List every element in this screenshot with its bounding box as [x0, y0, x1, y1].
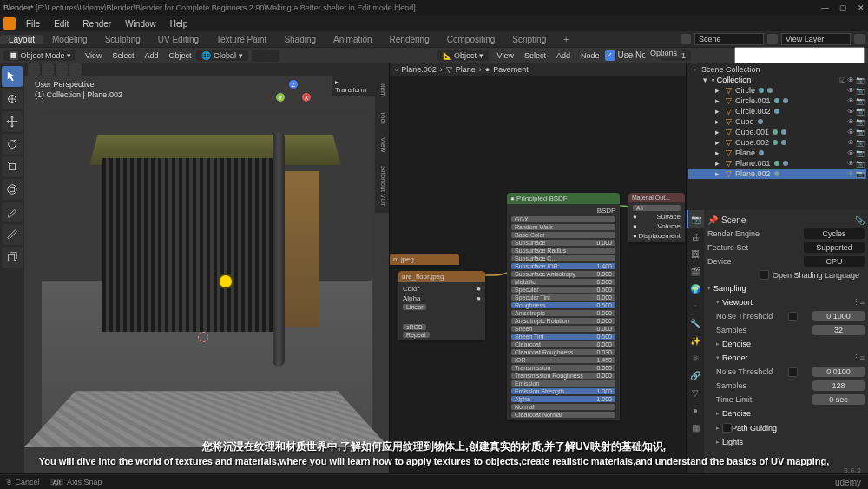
item-vis-toggle[interactable]: 👁	[847, 170, 854, 178]
path-guiding-section[interactable]: Path Guiding	[716, 420, 865, 435]
gizmo-y[interactable]: Y	[276, 93, 285, 102]
vp-denoise-section[interactable]: Denoise	[716, 337, 865, 351]
ptab-material[interactable]: ●	[687, 401, 704, 419]
rd-noise-cb[interactable]	[788, 367, 798, 377]
item-vis-toggle[interactable]: 👁	[847, 139, 854, 147]
bsdf-base-color[interactable]: Base Color	[511, 232, 615, 238]
cursor-tool[interactable]	[2, 89, 23, 109]
ptab-particles[interactable]: ✨	[687, 332, 704, 349]
bsdf-clearcoat-roughness[interactable]: Clearcoat Roughness0.030	[511, 349, 615, 355]
image-texture-node[interactable]: ure_floor.jpeg Color● Alpha● Linear sRGB…	[398, 271, 485, 340]
item-render-toggle[interactable]: 📷	[856, 139, 865, 147]
output-header[interactable]: Material Out...	[628, 193, 685, 202]
tab-layout[interactable]: Layout	[0, 35, 43, 44]
outliner-item-circle-002[interactable]: ▸▽Circle.002👁📷	[688, 106, 866, 116]
coll-render-toggle[interactable]: 📷	[856, 76, 865, 84]
outliner-item-circle[interactable]: ▸▽Circle👁📷	[688, 85, 866, 96]
lights-section[interactable]: Lights	[716, 435, 865, 449]
render-engine-dropdown[interactable]: Cycles	[804, 228, 865, 239]
menu-edit[interactable]: Edit	[47, 19, 76, 29]
principled-bsdf-node[interactable]: ● Principled BSDF BSDF GGX Random Walk B…	[507, 193, 620, 420]
outliner-item-plane-002[interactable]: ▸▽Plane.002👁📷	[688, 169, 866, 179]
ptab-data[interactable]: ▽	[687, 384, 704, 401]
options-dropdown[interactable]: Options	[645, 48, 682, 58]
bsdf-sheen[interactable]: Sheen0.000	[511, 326, 615, 332]
ptab-render[interactable]: 📷	[687, 210, 704, 228]
snap-toggle[interactable]	[266, 50, 279, 62]
feature-set-dropdown[interactable]: Supported	[804, 242, 865, 253]
tab-scripting[interactable]: Scripting	[503, 35, 555, 44]
item-vis-toggle[interactable]: 👁	[847, 118, 854, 126]
scene-name-input[interactable]	[694, 33, 764, 45]
ptab-scene[interactable]: 🎬	[687, 262, 704, 280]
maximize-button[interactable]: ▢	[839, 3, 847, 12]
bsdf-subsurface[interactable]: Subsurface0.000	[511, 240, 615, 246]
outliner-item-cube[interactable]: ▸▽Cube👁📷	[688, 116, 866, 127]
bsdf-emission[interactable]: Emission	[511, 380, 615, 387]
tab-compositing[interactable]: Compositing	[438, 35, 504, 44]
bsdf-ior[interactable]: IOR1.450	[511, 357, 615, 363]
ptab-texture[interactable]: ▦	[687, 419, 704, 436]
pivot-toggle[interactable]	[252, 50, 266, 62]
move-tool[interactable]	[2, 111, 23, 132]
view-menu-3d[interactable]: View	[80, 51, 107, 60]
bsdf-transmission[interactable]: Transmission0.000	[511, 365, 615, 371]
add-menu-3d[interactable]: Add	[139, 51, 163, 60]
scale-tool[interactable]	[2, 156, 23, 177]
render-sampling-section[interactable]: Render⋮≡	[716, 351, 865, 365]
tab-rendering[interactable]: Rendering	[381, 35, 438, 44]
tab-texture-paint[interactable]: Texture Paint	[207, 35, 275, 44]
tab-modeling[interactable]: Modeling	[43, 35, 96, 44]
bsdf-anisotropic[interactable]: Anisotropic0.000	[511, 310, 615, 316]
ptab-constraints[interactable]: 🔗	[687, 367, 704, 384]
add-cube-tool[interactable]	[2, 247, 23, 268]
transform-tool[interactable]	[2, 179, 23, 200]
annotate-tool[interactable]	[2, 202, 23, 222]
select-menu-shader[interactable]: Select	[519, 51, 551, 60]
item-render-toggle[interactable]: 📷	[856, 129, 865, 136]
transform-panel-header[interactable]: ▸ Transform	[332, 76, 375, 96]
outliner[interactable]: ▫Scene Collection▾▫ Collection☑👁📷▸▽Circl…	[687, 63, 868, 210]
menu-render[interactable]: Render	[76, 19, 118, 29]
scene-icon[interactable]	[681, 34, 691, 44]
mode-dropdown[interactable]: 🔲 Object Mode ▾	[3, 50, 76, 61]
coll-vis-toggle[interactable]: 👁	[847, 76, 854, 84]
rd-noise-threshold[interactable]: 0.0100	[812, 367, 865, 377]
measure-tool[interactable]	[2, 224, 23, 245]
object-menu-3d[interactable]: Object	[163, 51, 196, 60]
select-mode-1[interactable]	[28, 63, 40, 76]
rd-samples[interactable]: 128	[812, 380, 865, 391]
item-vis-toggle[interactable]: 👁	[847, 129, 854, 136]
outliner-collection[interactable]: ▾▫ Collection☑👁📷	[688, 75, 866, 85]
vp-noise-cb[interactable]	[788, 312, 798, 321]
select-menu-3d[interactable]: Select	[107, 51, 139, 60]
tab-add[interactable]: +	[555, 35, 577, 44]
material-output-node[interactable]: Material Out... All ●Surface ●Volume ●Di…	[628, 193, 685, 242]
bc-material[interactable]: Pavement	[493, 65, 529, 74]
bsdf-clearcoat[interactable]: Clearcoat0.000	[511, 341, 615, 347]
rd-time-limit[interactable]: 0 sec	[812, 394, 865, 405]
rotate-tool[interactable]	[2, 134, 23, 155]
image-node-1[interactable]: m.jpeg	[390, 254, 459, 265]
image-texture-header[interactable]: ure_floor.jpeg	[398, 271, 485, 282]
rd-denoise-section[interactable]: Denoise	[716, 406, 865, 420]
bsdf-subsurface-anisotropy[interactable]: Subsurface Anisotropy0.000	[511, 271, 615, 277]
vtab-view[interactable]: View	[375, 130, 389, 159]
bsdf-emission-strength[interactable]: Emission Strength1.000	[511, 388, 615, 394]
item-vis-toggle[interactable]: 👁	[847, 87, 854, 95]
bsdf-normal[interactable]: Normal	[511, 404, 615, 410]
outliner-item-circle-001[interactable]: ▸▽Circle.001👁📷	[688, 96, 866, 106]
outliner-item-plane[interactable]: ▸▽Plane👁📷	[688, 148, 866, 158]
outliner-item-plane-001[interactable]: ▸▽Plane.001👁📷	[688, 158, 866, 169]
outliner-item-cube-002[interactable]: ▸▽Cube.002👁📷	[688, 137, 866, 148]
device-dropdown[interactable]: CPU	[804, 256, 865, 267]
viewport-sampling-section[interactable]: Viewport⋮≡	[716, 295, 865, 309]
bsdf-sheen-tint[interactable]: Sheen Tint0.500	[511, 334, 615, 340]
bsdf-specular-tint[interactable]: Specular Tint0.000	[511, 294, 615, 301]
viewlayer-icon[interactable]	[767, 34, 778, 44]
viewlayer-name-input[interactable]	[781, 33, 851, 45]
viewport-3d[interactable]: User Perspective (1) Collection | Plane.…	[24, 63, 389, 473]
item-vis-toggle[interactable]: 👁	[847, 149, 854, 157]
item-vis-toggle[interactable]: 👁	[847, 160, 854, 168]
close-button[interactable]: ✕	[858, 3, 865, 12]
